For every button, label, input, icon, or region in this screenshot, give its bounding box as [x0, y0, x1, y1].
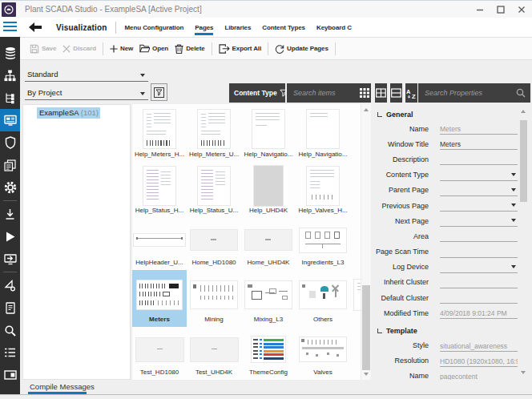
tree-item-examplesa[interactable]: ExampleSA (101): [37, 107, 130, 119]
update-pages-button[interactable]: Update Pages: [275, 44, 328, 54]
delete-button[interactable]: Delete: [175, 44, 204, 54]
chevron-down-icon[interactable]: [511, 204, 516, 209]
sidebar-item-topology[interactable]: [0, 64, 20, 87]
back-button[interactable]: [28, 22, 42, 33]
tab-content-types[interactable]: Content Types: [256, 18, 311, 38]
save-button[interactable]: Save: [30, 44, 56, 54]
sidebar-item-pages[interactable]: [0, 154, 20, 176]
close-button[interactable]: [511, 1, 532, 18]
discard-button[interactable]: Discard: [62, 45, 96, 53]
property-value-field[interactable]: 4/09/2018 9:01:24 PM: [440, 307, 518, 319]
sidebar-item-run[interactable]: [0, 225, 20, 248]
tab-keyboard-c[interactable]: Keyboard C: [311, 18, 357, 38]
property-value-field[interactable]: [440, 261, 518, 273]
open-button[interactable]: Open: [139, 44, 168, 53]
maximize-button[interactable]: [490, 1, 511, 18]
page-thumbnail-test-hd1080[interactable]: Test_HD1080: [132, 327, 187, 380]
filter-toggle-button[interactable]: [151, 83, 167, 101]
page-thumbnail-ingredients-l3[interactable]: Ingredients_L3: [296, 218, 350, 270]
section-header-general[interactable]: General: [377, 109, 532, 119]
page-thumbnail-cut[interactable]: [350, 270, 361, 327]
section-header-template[interactable]: Template: [377, 325, 532, 336]
search-items-input[interactable]: Search items: [287, 83, 358, 103]
collapse-all-button[interactable]: [390, 83, 402, 103]
sidebar-item-deploy[interactable]: [0, 248, 20, 270]
page-thumbnail-help-navigatio[interactable]: Help_Navigatio...: [296, 104, 350, 162]
export-all-button[interactable]: Export All: [219, 44, 262, 54]
property-value-field[interactable]: situational_awareness: [440, 340, 518, 352]
group-by-dropdown[interactable]: By Project: [25, 86, 148, 100]
property-value-field[interactable]: Meters: [440, 138, 518, 150]
scroll-up-icon[interactable]: [521, 110, 526, 113]
tab-libraries[interactable]: Libraries: [219, 18, 256, 38]
property-value-field[interactable]: Meters: [440, 123, 518, 135]
page-thumbnail-test-uhd4k[interactable]: Test_UHD4K: [187, 327, 241, 380]
page-thumbnail-helpheader-u[interactable]: HelpHeader_U...: [132, 218, 187, 270]
page-thumbnail-mixing-l3[interactable]: Mixing_L3: [241, 270, 296, 327]
page-thumbnail-meters[interactable]: Meters: [132, 270, 187, 327]
chevron-down-icon[interactable]: [511, 265, 516, 271]
content-type-filter-button[interactable]: Content Type: [229, 83, 285, 103]
chevron-down-icon[interactable]: [511, 219, 516, 224]
search-properties-input[interactable]: Search Properties: [418, 83, 530, 103]
property-value-field[interactable]: [440, 246, 518, 258]
sidebar-item-analyst[interactable]: [0, 274, 20, 296]
grid-scrollbar[interactable]: [361, 104, 371, 380]
page-thumbnail-help-meters-u[interactable]: Help_Meters_U...: [187, 104, 241, 162]
chevron-down-icon[interactable]: [511, 173, 516, 179]
property-value-field[interactable]: [440, 292, 518, 304]
property-value-field[interactable]: [440, 153, 518, 165]
sidebar-item-hierarchy[interactable]: [0, 87, 20, 109]
property-value-field[interactable]: [440, 184, 518, 196]
sidebar-item-visualization[interactable]: [0, 109, 20, 131]
page-thumbnail-help-status-u[interactable]: Help_Status_U...: [187, 162, 241, 218]
property-value-field[interactable]: [440, 276, 518, 288]
sidebar-item-display[interactable]: [0, 364, 20, 386]
page-thumbnail-h[interactable]: H: [350, 104, 361, 162]
minimize-button[interactable]: [470, 1, 490, 18]
expand-all-button[interactable]: [375, 83, 387, 103]
page-thumbnail-help-navigatio[interactable]: Help_Navigatio...: [241, 104, 296, 162]
page-thumbnail-m[interactable]: M: [350, 218, 361, 270]
compile-messages-tab[interactable]: Compile Messages: [30, 382, 95, 391]
sidebar-item-report[interactable]: [0, 296, 20, 319]
new-button[interactable]: New: [110, 45, 133, 53]
property-value-field[interactable]: [440, 215, 518, 227]
sidebar-item-download[interactable]: [0, 203, 20, 225]
tab-menu-configuration[interactable]: Menu Configuration: [119, 18, 190, 38]
chevron-down-icon[interactable]: [511, 188, 516, 194]
page-thumbnail-themeconfig[interactable]: ThemeConfig: [241, 327, 296, 380]
grid-scrollbar-thumb[interactable]: [362, 285, 370, 370]
property-value-field[interactable]: [440, 230, 518, 242]
sidebar-item-settings[interactable]: [0, 176, 20, 199]
page-thumbnail-cut[interactable]: [350, 327, 361, 380]
property-value-field[interactable]: [440, 200, 518, 212]
page-thumbnail-others[interactable]: Others: [296, 270, 350, 327]
tab-pages[interactable]: Pages: [189, 18, 219, 38]
page-thumbnail-help-valves-h[interactable]: Help_Valves_H...: [296, 162, 350, 218]
properties-scrollbar[interactable]: [519, 106, 528, 378]
page-thumbnail-home-uhd4k[interactable]: Home_UHD4K: [241, 218, 296, 270]
properties-scrollbar-thumb[interactable]: [520, 120, 527, 202]
page-thumbnail-mining[interactable]: Mining: [187, 270, 241, 327]
property-value-field[interactable]: HD1080 (1920x1080, 16:9): [440, 355, 518, 367]
page-thumbnail-h[interactable]: H: [350, 162, 361, 218]
page-thumbnail-home-hd1080[interactable]: Home_HD1080: [187, 218, 241, 270]
property-value-field[interactable]: [440, 169, 518, 181]
menu-icon[interactable]: [0, 18, 20, 37]
page-thumbnail-help-uhd4k[interactable]: Help_UHD4K: [241, 162, 296, 218]
sidebar-item-database[interactable]: [0, 42, 20, 64]
property-value-field[interactable]: pagecontent: [440, 370, 518, 380]
scroll-down-icon[interactable]: [521, 371, 526, 374]
page-thumbnail-help-meters-h[interactable]: Help_Meters_H...: [132, 104, 187, 162]
page-thumbnail-valves[interactable]: Valves: [296, 327, 350, 380]
grid-view-button[interactable]: [358, 83, 371, 103]
sort-az-button[interactable]: AZ: [405, 83, 417, 103]
scroll-up-icon[interactable]: [364, 108, 369, 111]
sidebar-item-log[interactable]: [0, 341, 20, 364]
sidebar-item-find[interactable]: [0, 319, 20, 341]
style-dropdown[interactable]: Standard: [25, 67, 148, 82]
sidebar-item-security[interactable]: [0, 131, 20, 154]
page-thumbnail-help-status-h[interactable]: Help_Status_H...: [132, 162, 187, 218]
scroll-down-icon[interactable]: [364, 373, 369, 376]
